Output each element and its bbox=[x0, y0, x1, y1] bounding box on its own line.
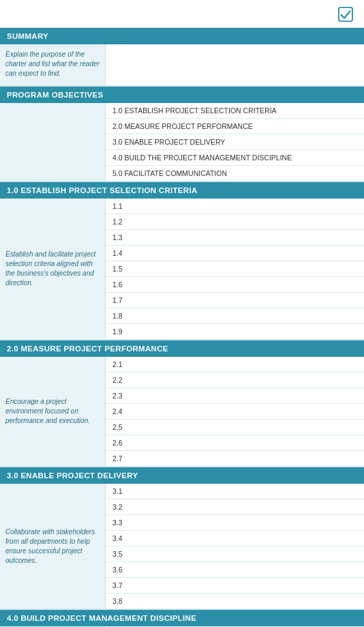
page: SUMMARYExplain the purpose of the charte… bbox=[0, 0, 364, 627]
two-col-section_1: Establish and facilitate project selecti… bbox=[0, 199, 364, 340]
item-section_1-5[interactable]: 1.6 bbox=[106, 277, 364, 293]
section-header-section_3: 3.0 ENABLE PROJECT DELIVERY bbox=[0, 467, 364, 484]
right-col-program_objectives: 1.0 ESTABLISH PROJECT SELECTION CRITERIA… bbox=[106, 103, 364, 181]
right-col-section_3: 3.13.23.33.43.53.63.73.8 bbox=[106, 484, 364, 609]
right-col-section_1: 1.11.21.31.41.51.61.71.81.9 bbox=[106, 199, 364, 339]
item-section_1-8[interactable]: 1.9 bbox=[106, 324, 364, 339]
item-section_3-0[interactable]: 3.1 bbox=[106, 484, 364, 499]
item-section_3-2[interactable]: 3.3 bbox=[106, 515, 364, 531]
item-section_2-6[interactable]: 2.7 bbox=[106, 451, 364, 466]
item-section_3-5[interactable]: 3.6 bbox=[106, 562, 364, 578]
two-col-program_objectives: 1.0 ESTABLISH PROJECT SELECTION CRITERIA… bbox=[0, 103, 364, 181]
item-section_2-4[interactable]: 2.5 bbox=[106, 420, 364, 435]
item-section_2-3[interactable]: 2.4 bbox=[106, 404, 364, 420]
item-section_3-3[interactable]: 3.4 bbox=[106, 531, 364, 546]
item-section_2-0[interactable]: 2.1 bbox=[106, 357, 364, 373]
item-section_3-4[interactable]: 3.5 bbox=[106, 546, 364, 562]
item-section_3-7[interactable]: 3.8 bbox=[106, 594, 364, 609]
smartsheet-check-icon bbox=[338, 7, 353, 22]
page-header bbox=[0, 0, 364, 28]
section-header-program_objectives: PROGRAM OBJECTIVES bbox=[0, 87, 364, 103]
right-col-section_2: 2.12.22.32.42.52.62.7 bbox=[106, 357, 364, 466]
two-col-summary: Explain the purpose of the charter and l… bbox=[0, 44, 364, 86]
item-program_objectives-3[interactable]: 4.0 BUILD THE PROJECT MANAGEMENT DISCIPL… bbox=[106, 150, 364, 166]
summary-content[interactable] bbox=[106, 44, 364, 85]
item-program_objectives-1[interactable]: 2.0 MEASURE PROJECT PERFORMANCE bbox=[106, 119, 364, 134]
section-section_4: 4.0 BUILD PROJECT MANAGEMENT DISCIPLINES… bbox=[0, 610, 364, 627]
two-col-section_2: Encourage a project environment focused … bbox=[0, 357, 364, 467]
logo bbox=[338, 7, 356, 22]
item-section_3-1[interactable]: 3.2 bbox=[106, 499, 364, 515]
item-program_objectives-0[interactable]: 1.0 ESTABLISH PROJECT SELECTION CRITERIA bbox=[106, 103, 364, 119]
item-section_2-5[interactable]: 2.6 bbox=[106, 435, 364, 451]
sections-container: SUMMARYExplain the purpose of the charte… bbox=[0, 28, 364, 627]
section-header-summary: SUMMARY bbox=[0, 28, 364, 44]
item-section_1-2[interactable]: 1.3 bbox=[106, 230, 364, 246]
item-section_1-4[interactable]: 1.5 bbox=[106, 261, 364, 277]
section-header-section_1: 1.0 ESTABLISH PROJECT SELECTION CRITERIA bbox=[0, 182, 364, 199]
item-section_1-0[interactable]: 1.1 bbox=[106, 199, 364, 214]
item-section_1-1[interactable]: 1.2 bbox=[106, 214, 364, 230]
left-col-section_3: Collaborate with stakeholders from all d… bbox=[0, 484, 106, 609]
item-section_2-2[interactable]: 2.3 bbox=[106, 388, 364, 404]
right-col-summary bbox=[106, 44, 364, 85]
two-col-section_3: Collaborate with stakeholders from all d… bbox=[0, 484, 364, 609]
item-program_objectives-4[interactable]: 5.0 FACILITATE COMMUNICATION bbox=[106, 166, 364, 181]
section-header-section_4: 4.0 BUILD PROJECT MANAGEMENT DISCIPLINE bbox=[0, 610, 364, 626]
item-section_1-3[interactable]: 1.4 bbox=[106, 246, 364, 261]
section-header-section_2: 2.0 MEASURE PROJECT PERFORMANCE bbox=[0, 340, 364, 357]
left-col-section_2: Encourage a project environment focused … bbox=[0, 357, 106, 466]
section-summary: SUMMARYExplain the purpose of the charte… bbox=[0, 28, 364, 87]
item-section_1-6[interactable]: 1.7 bbox=[106, 293, 364, 308]
section-program_objectives: PROGRAM OBJECTIVES1.0 ESTABLISH PROJECT … bbox=[0, 87, 364, 182]
item-program_objectives-2[interactable]: 3.0 ENABLE PROJECT DELIVERY bbox=[106, 134, 364, 150]
section-section_2: 2.0 MEASURE PROJECT PERFORMANCEEncourage… bbox=[0, 340, 364, 467]
section-section_1: 1.0 ESTABLISH PROJECT SELECTION CRITERIA… bbox=[0, 182, 364, 340]
item-section_2-1[interactable]: 2.2 bbox=[106, 373, 364, 388]
item-section_1-7[interactable]: 1.8 bbox=[106, 308, 364, 324]
left-col-summary: Explain the purpose of the charter and l… bbox=[0, 44, 106, 85]
left-col-section_1: Establish and facilitate project selecti… bbox=[0, 199, 106, 339]
section-section_3: 3.0 ENABLE PROJECT DELIVERYCollaborate w… bbox=[0, 467, 364, 610]
left-col-program_objectives bbox=[0, 103, 106, 181]
item-section_3-6[interactable]: 3.7 bbox=[106, 578, 364, 594]
